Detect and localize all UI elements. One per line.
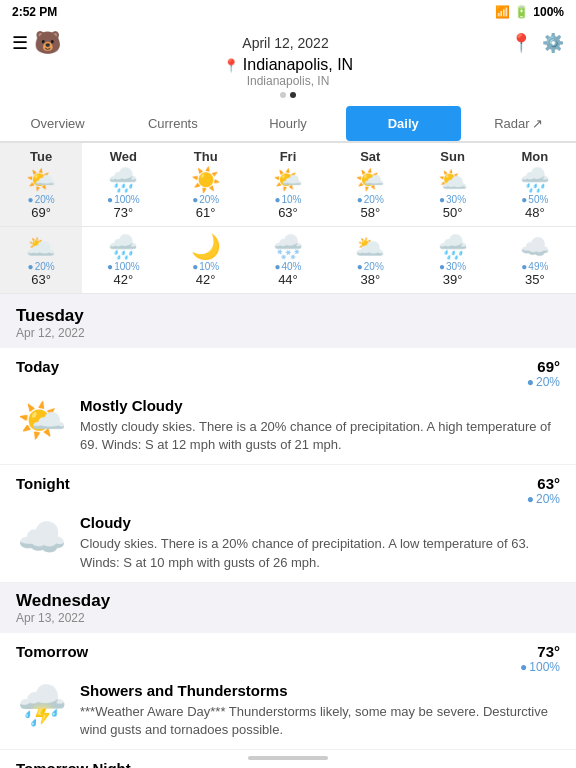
city-name: Indianapolis, IN — [243, 56, 353, 74]
daily-lo-row: 🌥️ ●20% 63° 🌧️ ●100% 42° 🌙 ●10% 42° 🌨️ ●… — [0, 227, 576, 294]
tuesday-title: Tuesday — [16, 306, 560, 326]
tonight-hi-temp: 63° — [527, 475, 560, 492]
tomorrow-condition: Showers and Thunderstorms — [80, 682, 560, 699]
lo-icon-sat: 🌥️ — [331, 235, 409, 259]
daily-col-sun-hi[interactable]: Sun ⛅ ●30% 50° — [411, 143, 493, 226]
tuesday-date: Apr 12, 2022 — [16, 326, 560, 340]
tonight-weather-icon: ☁️ — [16, 514, 68, 561]
tonight-precip-value: 20% — [536, 492, 560, 506]
daily-col-tue-lo[interactable]: 🌥️ ●20% 63° — [0, 227, 82, 293]
scroll-indicator — [248, 756, 328, 760]
tonight-description: Cloudy skies. There is a 20% chance of p… — [80, 535, 560, 571]
daily-hi-row: Tue 🌤️ ●20% 69° Wed 🌧️ ●100% 73° Thu ☀️ … — [0, 143, 576, 227]
tuesday-header: Tuesday Apr 12, 2022 — [0, 298, 576, 348]
day-label-wed: Wed — [84, 149, 162, 164]
hi-icon-mon: 🌧️ — [496, 168, 574, 192]
lo-precip-wed: ●100% — [84, 261, 162, 272]
tomorrow-temps: 73° ● 100% — [520, 643, 560, 674]
day-label-thu: Thu — [167, 149, 245, 164]
status-bar: 2:52 PM 📶 🔋 100% — [0, 0, 576, 24]
tab-overview[interactable]: Overview — [0, 106, 115, 141]
hi-icon-sat: 🌤️ — [331, 168, 409, 192]
lo-precip-sun: ●30% — [413, 261, 491, 272]
tomorrow-night-period: Tomorrow Night — [16, 760, 131, 768]
status-time: 2:52 PM — [12, 5, 57, 19]
header-top: ☰ 🐻 April 12, 2022 📍 ⚙️ — [12, 30, 564, 56]
header-sub-location: Indianapolis, IN — [247, 74, 330, 88]
menu-icon[interactable]: ☰ — [12, 32, 28, 54]
forecast-today: Today 69° ● 20% 🌤️ Mostly Cloudy Mostly … — [0, 348, 576, 465]
lo-icon-sun: 🌧️ — [413, 235, 491, 259]
daily-col-thu-lo[interactable]: 🌙 ●10% 42° — [165, 227, 247, 293]
hi-precip-sun: ●30% — [413, 194, 491, 205]
tomorrow-precip-pct: ● 100% — [520, 660, 560, 674]
hi-icon-tue: 🌤️ — [2, 168, 80, 192]
tomorrow-droplet: ● — [520, 660, 527, 674]
lo-temp-sat: 38° — [331, 272, 409, 287]
daily-col-sat-lo[interactable]: 🌥️ ●20% 38° — [329, 227, 411, 293]
today-temps: 69° ● 20% — [527, 358, 560, 389]
forecast-tomorrow: Tomorrow 73° ● 100% ⛈️ Showers and Thund… — [0, 633, 576, 750]
daily-col-mon-lo[interactable]: ☁️ ●49% 35° — [494, 227, 576, 293]
tonight-period: Tonight — [16, 475, 70, 492]
tomorrow-description: ***Weather Aware Day*** Thunderstorms li… — [80, 703, 560, 739]
today-description: Mostly cloudy skies. There is a 20% chan… — [80, 418, 560, 454]
header-location: 📍 Indianapolis, IN — [223, 56, 353, 74]
lo-icon-thu: 🌙 — [167, 235, 245, 259]
daily-col-fri-hi[interactable]: Fri 🌤️ ●10% 63° — [247, 143, 329, 226]
avatar-icon[interactable]: 🐻 — [34, 30, 61, 56]
tab-daily[interactable]: Daily — [346, 106, 461, 141]
location-icon[interactable]: 📍 — [510, 32, 532, 54]
daily-col-sun-lo[interactable]: 🌧️ ●30% 39° — [411, 227, 493, 293]
today-body: 🌤️ Mostly Cloudy Mostly cloudy skies. Th… — [16, 397, 560, 454]
day-label-tue: Tue — [2, 149, 80, 164]
daily-grid: Tue 🌤️ ●20% 69° Wed 🌧️ ●100% 73° Thu ☀️ … — [0, 143, 576, 294]
hi-temp-sat: 58° — [331, 205, 409, 220]
tonight-droplet: ● — [527, 492, 534, 506]
wednesday-header: Wednesday Apr 13, 2022 — [0, 583, 576, 633]
today-hi-temp: 69° — [527, 358, 560, 375]
lo-precip-fri: ●40% — [249, 261, 327, 272]
daily-col-mon-hi[interactable]: Mon 🌧️ ●50% 48° — [494, 143, 576, 226]
hi-temp-sun: 50° — [413, 205, 491, 220]
hi-precip-tue: ●20% — [2, 194, 80, 205]
wednesday-title: Wednesday — [16, 591, 560, 611]
lo-temp-fri: 44° — [249, 272, 327, 287]
lo-temp-sun: 39° — [413, 272, 491, 287]
hi-precip-thu: ●20% — [167, 194, 245, 205]
tonight-header: Tonight 63° ● 20% — [16, 475, 560, 506]
daily-col-wed-lo[interactable]: 🌧️ ●100% 42° — [82, 227, 164, 293]
header-menu-group: ☰ 🐻 — [12, 30, 61, 56]
daily-col-fri-lo[interactable]: 🌨️ ●40% 44° — [247, 227, 329, 293]
share-icon: ↗ — [532, 116, 543, 131]
lo-temp-mon: 35° — [496, 272, 574, 287]
day-label-sun: Sun — [413, 149, 491, 164]
hi-temp-fri: 63° — [249, 205, 327, 220]
header-action-icons: 📍 ⚙️ — [510, 32, 564, 54]
hi-temp-tue: 69° — [2, 205, 80, 220]
day-label-mon: Mon — [496, 149, 574, 164]
settings-icon[interactable]: ⚙️ — [542, 32, 564, 54]
tab-hourly[interactable]: Hourly — [230, 106, 345, 141]
header-date: April 12, 2022 — [61, 35, 510, 51]
today-precip-value: 20% — [536, 375, 560, 389]
tab-currents[interactable]: Currents — [115, 106, 230, 141]
hi-precip-sat: ●20% — [331, 194, 409, 205]
tomorrow-night-header: Tomorrow Night — [16, 760, 560, 768]
day-label-fri: Fri — [249, 149, 327, 164]
tab-radar[interactable]: Radar ↗ — [461, 106, 576, 141]
today-condition: Mostly Cloudy — [80, 397, 560, 414]
daily-col-wed-hi[interactable]: Wed 🌧️ ●100% 73° — [82, 143, 164, 226]
dot-1[interactable] — [280, 92, 286, 98]
wifi-icon: 📶 — [495, 5, 510, 19]
daily-col-thu-hi[interactable]: Thu ☀️ ●20% 61° — [165, 143, 247, 226]
daily-col-tue-hi[interactable]: Tue 🌤️ ●20% 69° — [0, 143, 82, 226]
hi-precip-mon: ●50% — [496, 194, 574, 205]
hi-precip-fri: ●10% — [249, 194, 327, 205]
dot-2[interactable] — [290, 92, 296, 98]
battery-icon: 🔋 — [514, 5, 529, 19]
daily-col-sat-hi[interactable]: Sat 🌤️ ●20% 58° — [329, 143, 411, 226]
forecast-tonight: Tonight 63° ● 20% ☁️ Cloudy Cloudy skies… — [0, 465, 576, 582]
today-text-block: Mostly Cloudy Mostly cloudy skies. There… — [80, 397, 560, 454]
tonight-body: ☁️ Cloudy Cloudy skies. There is a 20% c… — [16, 514, 560, 571]
